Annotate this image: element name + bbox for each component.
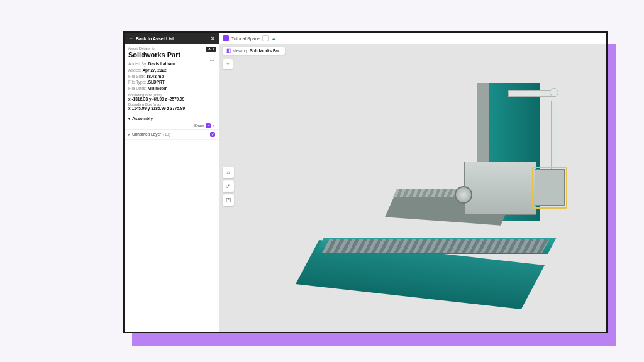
asset-title: Solidworks Part	[128, 51, 215, 58]
breadcrumb-bar: Tutorial Space ☁	[219, 33, 606, 44]
viewing-chip[interactable]: ◧ viewing: Solidworks Part	[223, 47, 285, 55]
3d-viewport[interactable]: Tutorial Space ☁ ◧ viewing: Solidworks P…	[219, 33, 606, 332]
show-checkbox[interactable]: ✓	[206, 123, 211, 128]
more-menu-icon[interactable]: ⋯	[209, 58, 215, 63]
view-count-badge: 👁 1	[206, 47, 216, 52]
home-view-button[interactable]: ⌂	[223, 167, 234, 178]
caret-down-icon: ▾	[128, 116, 130, 121]
fit-view-button[interactable]: ⤢	[223, 180, 234, 192]
sidebar-header: ← Back to Asset List ✕	[125, 33, 219, 44]
breadcrumb-box-icon[interactable]	[262, 35, 269, 41]
eye-icon: 👁	[208, 47, 211, 51]
cloud-sync-icon[interactable]: ☁	[271, 36, 276, 41]
breadcrumb-space[interactable]: Tutorial Space	[231, 36, 260, 41]
asset-detail-sidebar: ← Back to Asset List ✕ Asset Details for…	[125, 33, 219, 332]
details-for-label: Asset Details for	[128, 47, 215, 50]
space-icon[interactable]	[223, 35, 229, 41]
viewport-toolbar: ⌂ ⤢ ◰	[223, 167, 234, 206]
layer-row[interactable]: ▸ Unnamed Layer (18) ✓	[125, 130, 219, 140]
app-window: ← Back to Asset List ✕ Asset Details for…	[123, 31, 608, 333]
asset-metadata: Added By: Davis Latham Added: Apr 27, 20…	[125, 60, 219, 112]
cube-icon: ◧	[226, 48, 231, 53]
back-arrow-icon[interactable]: ←	[128, 36, 133, 41]
expand-icon[interactable]: ▸	[213, 123, 215, 128]
assembly-section-header[interactable]: ▾ Assembly	[125, 114, 219, 123]
location-pin-button[interactable]: ⌖	[223, 59, 233, 69]
show-toggle-row: Show ✓ ▸	[125, 123, 219, 130]
cube-view-button[interactable]: ◰	[223, 194, 234, 206]
caret-right-icon: ▸	[128, 132, 130, 136]
back-label[interactable]: Back to Asset List	[136, 36, 208, 41]
close-icon[interactable]: ✕	[211, 36, 215, 41]
3d-model-render	[301, 70, 590, 309]
layer-visibility-checkbox[interactable]: ✓	[210, 132, 215, 137]
